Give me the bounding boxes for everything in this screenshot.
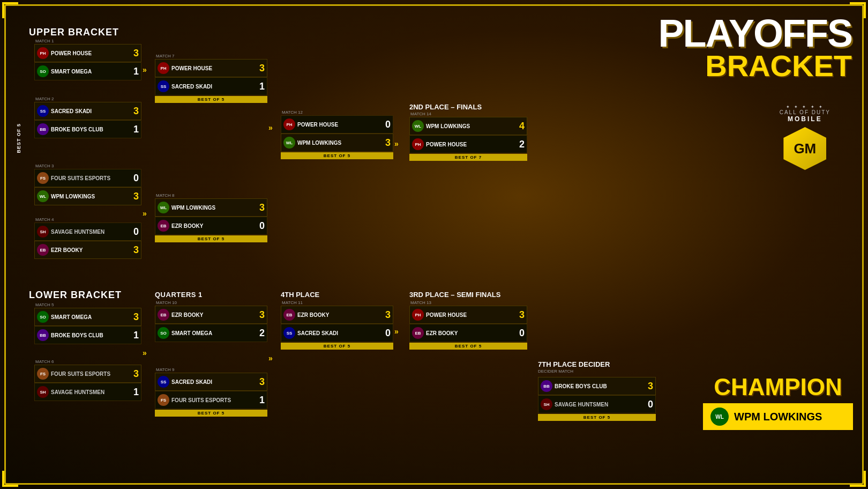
m12-t2-name: WPM LOWKINGS [297,140,383,146]
m12-t1-name: POWER HOUSE [297,122,383,128]
m11-team1: EB EZR Booky 3 [281,306,393,324]
m1-t1-score: 3 [133,48,139,59]
arrow-m1m2: » [143,65,147,74]
m9-t1-name: SACRED SKADI [171,379,257,385]
m2-t2-name: BROKE BOYS CLUB [51,127,131,132]
m5-t2-icon: BB [37,329,49,341]
m6-t1-icon: FS [37,368,49,380]
m9-team1: SS SACRED SKADI 3 [155,373,267,391]
m11-t1-icon: EB [283,309,295,321]
match-4-block: MATCH 4 SH SAVAGE HUNTSMEN 0 EB EZR Book… [34,217,141,259]
upper-bracket-label: UPPER BRACKET [29,27,119,38]
match-13-block: MATCH 13 PH POWER HOUSE 3 EB EZR Booky 0… [409,300,527,350]
m6-t2-icon: SH [37,386,49,398]
m12-team1: PH POWER HOUSE 0 [281,115,393,134]
champion-section: CHAMPION WL WPM LOWKINGS [703,375,853,430]
match-12-block: MATCH 12 PH POWER HOUSE 0 WL WPM LOWKING… [281,110,393,159]
m7-team2: SS SACRED SKADI 1 [155,77,267,95]
m14-t2-score: 2 [519,139,525,150]
m10-t1-icon: EB [158,309,169,321]
m11-t2-icon: SS [283,327,295,339]
m11-label: MATCH 11 [282,300,393,305]
m8-t2-score: 0 [259,220,265,232]
lower-bracket-label: LOWER BRACKET [29,290,122,301]
m5-label: MATCH 5 [35,302,141,307]
m12-t1-icon: PH [283,118,295,130]
m13-t2-score: 0 [519,328,525,339]
m1-team2: SO SMART OMEGA 1 [34,62,141,80]
m3-team1: FS Four Suits Esports 0 [34,169,141,187]
m8-t1-score: 3 [259,202,265,213]
m14-label: MATCH 14 [410,112,527,116]
match-5-block: MATCH 5 SO SMART OMEGA 3 BB BROKE BOYS C… [34,302,141,344]
match-2-block: MATCH 2 SS SACRED SKADI 3 BB BROKE BOYS … [34,97,141,138]
m5-team1: SO SMART OMEGA 3 [34,308,141,326]
m5-t2-score: 1 [133,330,139,341]
m3-label: MATCH 3 [35,164,141,168]
arrow-m10m9: » [268,354,273,362]
m8-t2-name: EZR Booky [171,223,257,229]
m7-t2-icon: SS [158,80,169,92]
m2-team1: SS SACRED SKADI 3 [34,102,141,120]
champion-label: CHAMPION [703,375,853,399]
m10-t2-name: SMART OMEGA [171,330,257,336]
m10-t1-name: EZR Booky [171,312,257,318]
corner-decoration-tl [2,2,18,18]
cod-title2: MOBILE [780,115,830,123]
m14-t1-score: 4 [519,121,525,132]
m3-team2: WL WPM LOWKINGS 3 [34,187,141,205]
3rd-place-label: 3RD PLACE – SEMI FINALS [409,290,500,299]
m6-label: MATCH 6 [35,359,141,364]
m14-t2-name: POWER HOUSE [426,142,517,147]
m8-team1: WL WPM LOWKINGS 3 [155,198,267,217]
decider-match-sublabel: DECIDER MATCH [538,369,573,374]
7th-place-label: 7TH PLACE DECIDER [538,359,610,369]
m9-t2-score: 1 [259,395,265,406]
m6-t1-name: Four Suits Esports [51,371,131,377]
md-t1-score: 3 [648,381,653,392]
m8-t1-icon: WL [158,202,169,213]
md-team1: BB BROKE BOYS CLUB 3 [538,377,656,395]
m8-bof: BEST OF 5 [155,235,267,242]
m2-label: MATCH 2 [35,97,141,101]
m10-team2: SO SMART OMEGA 2 [155,324,267,342]
arrow-m11: » [394,327,399,336]
m1-t2-icon: SO [37,65,49,77]
arrow-m3m4: » [143,209,147,218]
m7-t1-icon: PH [158,62,169,74]
m13-team2: EB EZR Booky 0 [409,324,527,342]
m13-t1-icon: PH [412,309,424,321]
m10-t2-score: 2 [259,328,265,339]
m2-t1-score: 3 [133,106,139,117]
m1-t2-score: 1 [133,66,139,77]
m6-t1-score: 3 [133,368,139,380]
m4-t1-name: SAVAGE HUNTSMEN [51,229,131,235]
champion-name: WPM LOWKINGS [734,411,822,423]
m14-t1-name: WPM LOWKINGS [426,123,517,129]
m9-t1-icon: SS [158,376,169,388]
m7-team1: PH POWER HOUSE 3 [155,59,267,77]
m1-label: MATCH 1 [35,39,141,43]
m6-t2-name: SAVAGE HUNTSMEN [51,389,131,395]
match-1-block: MATCH 1 PH POWER HOUSE 3 SO SMART OMEGA … [34,39,141,80]
m11-t2-score: 0 [385,328,391,339]
m13-t1-name: POWER HOUSE [426,312,517,318]
arrow-m5m6: » [143,349,147,357]
m2-t2-icon: BB [37,123,49,135]
m10-label: MATCH 10 [156,300,267,305]
arrow-m12: » [394,139,399,148]
m12-bof: BEST OF 5 [281,152,393,159]
match-9-block: MATCH 9 SS SACRED SKADI 3 FS Four Suits … [155,367,267,417]
4th-place-label: 4TH PLACE [281,290,319,299]
m7-t1-score: 3 [259,63,265,74]
m7-bof: BEST OF 5 [155,96,267,103]
match-7-block: MATCH 7 PH POWER HOUSE 3 SS SACRED SKADI… [155,54,267,103]
m8-label: MATCH 8 [156,193,267,198]
m10-t1-score: 3 [259,309,265,321]
m2-team2: BB BROKE BOYS CLUB 1 [34,120,141,138]
m5-t2-name: BROKE BOYS CLUB [51,332,131,338]
m7-t2-name: SACRED SKADI [171,84,257,90]
champion-box: WL WPM LOWKINGS [703,403,853,430]
m4-t1-score: 0 [133,226,139,238]
m12-team2: WL WPM LOWKINGS 3 [281,134,393,152]
